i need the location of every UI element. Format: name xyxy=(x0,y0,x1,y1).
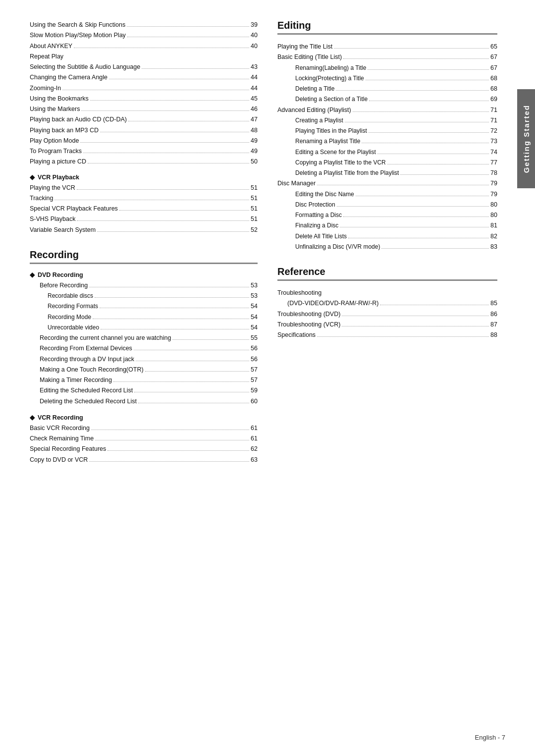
left-column: Using the Search & Skip Functions39Slow … xyxy=(30,20,258,726)
page-number: 52 xyxy=(251,225,258,235)
item-label: Playing the VCR xyxy=(30,183,75,193)
page-number: 74 xyxy=(490,147,497,158)
item-label: Editing a Scene for the Playlist xyxy=(295,147,376,157)
dots xyxy=(91,430,249,430)
dots xyxy=(128,121,249,121)
page-number: 51 xyxy=(251,214,258,224)
dots xyxy=(134,392,249,392)
vcr-recording-items: Basic VCR Recording61Check Remaining Tim… xyxy=(30,423,258,465)
page-number: 68 xyxy=(490,84,497,94)
dots xyxy=(54,200,249,200)
item-label: Variable Search System xyxy=(30,225,96,235)
right-column: Editing Playing the Title List65Basic Ed… xyxy=(277,20,497,726)
dots xyxy=(136,361,249,361)
dots xyxy=(80,142,249,143)
page-number: 67 xyxy=(490,52,497,62)
list-item: Renaming(Labeling) a Title67 xyxy=(277,63,497,73)
list-item: Recording the current channel you are wa… xyxy=(30,333,258,343)
list-item: Playing a picture CD50 xyxy=(30,157,258,167)
reference-divider xyxy=(277,279,497,281)
list-item: Deleting the Scheduled Record List60 xyxy=(30,396,258,407)
item-label: Unfinalizing a Disc (V/VR mode) xyxy=(295,242,380,252)
item-label: Troubleshooting xyxy=(277,288,321,298)
list-item: Editing the Scheduled Record List59 xyxy=(30,385,258,396)
editing-heading: Editing xyxy=(277,20,497,31)
dots xyxy=(134,350,249,350)
list-item: (DVD-VIDEO/DVD-RAM/-RW/-R)85 xyxy=(277,298,497,309)
item-label: Basic Editing (Title List) xyxy=(277,52,342,62)
list-item: Recordable discs53 xyxy=(30,291,258,301)
item-label: Special Recording Features xyxy=(30,444,106,454)
page-number: 54 xyxy=(251,323,258,333)
dvd-recording-subsection: ◆ DVD Recording xyxy=(30,271,258,278)
recording-divider xyxy=(30,263,258,264)
item-label: Copy to DVD or VCR xyxy=(30,455,88,465)
page-number: 73 xyxy=(490,136,497,147)
list-item: Tracking51 xyxy=(30,193,258,204)
page-number: 87 xyxy=(490,320,497,330)
page-number: 47 xyxy=(251,114,258,125)
reference-heading: Reference xyxy=(277,266,497,277)
list-item: Variable Search System52 xyxy=(30,225,258,235)
dots xyxy=(334,48,489,49)
page-number: 56 xyxy=(251,343,258,354)
dots xyxy=(345,122,489,122)
list-item: Playing the Title List65 xyxy=(277,42,497,52)
item-label: Changing the Camera Angle xyxy=(30,72,107,83)
list-item: Locking(Protecting) a Title68 xyxy=(277,73,497,84)
dots xyxy=(119,210,249,211)
item-label: Recording through a DV Input jack xyxy=(40,354,134,365)
recording-heading: Recording xyxy=(30,249,258,261)
page-number: 82 xyxy=(490,231,497,242)
vcr-playback-subsection: ◆ VCR Playback xyxy=(30,173,258,181)
dots xyxy=(74,48,249,48)
list-item: Special Recording Features62 xyxy=(30,444,258,454)
dots xyxy=(336,90,489,91)
dvd-recording-label: DVD Recording xyxy=(38,271,83,278)
item-label: Renaming(Labeling) a Title xyxy=(295,63,366,73)
dots xyxy=(113,381,249,382)
list-item: Special VCR Playback Features51 xyxy=(30,204,258,214)
dots xyxy=(97,231,249,232)
item-label: Delete All Title Lists xyxy=(295,231,347,241)
page-number: 71 xyxy=(490,115,497,126)
dots xyxy=(100,308,249,308)
list-item: Advanced Editing (Playlist)71 xyxy=(277,105,497,115)
item-label: Using the Bookmarks xyxy=(30,94,89,104)
dots xyxy=(93,319,249,319)
page-number: 44 xyxy=(251,83,258,94)
dots xyxy=(387,164,489,164)
vcr-playback-items: Playing the VCR51Tracking51Special VCR P… xyxy=(30,183,258,235)
page-number: 53 xyxy=(251,280,258,291)
dots xyxy=(366,80,489,80)
page-number: 61 xyxy=(251,433,258,444)
list-item: Disc Protection80 xyxy=(277,200,497,210)
page-number: 62 xyxy=(251,444,258,454)
item-label: Basic VCR Recording xyxy=(30,423,90,433)
page-number: 57 xyxy=(251,365,258,375)
page-number: 79 xyxy=(490,178,497,189)
list-item: Deleting a Playlist Title from the Playl… xyxy=(277,168,497,178)
list-item: Troubleshooting (VCR)87 xyxy=(277,320,497,330)
side-tab-label: Getting Started xyxy=(522,105,531,173)
dots xyxy=(83,153,249,153)
page-number: 50 xyxy=(251,157,258,167)
list-item: Using the Bookmarks45 xyxy=(30,94,258,104)
main-content: Using the Search & Skip Functions39Slow … xyxy=(0,0,517,756)
list-item: Formatting a Disc80 xyxy=(277,210,497,220)
item-label: Playing the Title List xyxy=(277,42,332,52)
item-label: Editing the Scheduled Record List xyxy=(40,385,133,396)
dots xyxy=(127,37,249,37)
list-item: Playing the VCR51 xyxy=(30,183,258,193)
dots xyxy=(342,316,489,316)
page-number: 48 xyxy=(251,125,258,136)
page-number: 40 xyxy=(251,41,258,52)
item-label: Disc Protection xyxy=(295,200,335,210)
list-item: Deleting a Title68 xyxy=(277,84,497,94)
list-item: Editing a Scene for the Playlist74 xyxy=(277,147,497,158)
list-item: Recording Formats54 xyxy=(30,301,258,312)
item-label: Advanced Editing (Playlist) xyxy=(277,105,351,115)
list-item: Before Recording53 xyxy=(30,280,258,291)
page-number: 56 xyxy=(251,354,258,365)
dots xyxy=(343,216,489,217)
